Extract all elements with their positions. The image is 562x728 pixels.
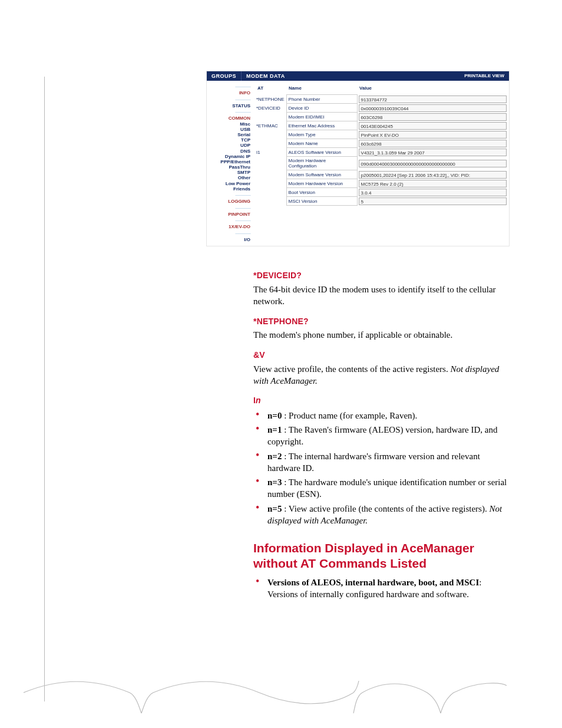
group-common[interactable]: COMMON [209,116,250,121]
list-item: n=3 : The hardware module's unique ident… [253,476,510,500]
group-serial[interactable]: Serial [209,132,250,137]
cell-value: 090d00040003000000000000000000000000 [357,157,507,170]
value-field: p2005001,20224 [Sep 21 2006 15:43:22],, … [359,171,507,179]
cell-value: 0x000003910039C044 [357,104,507,113]
cell-at: *NETPHONE [255,95,286,104]
value-field: MC5725 Rev 2.0 (2) [359,180,507,187]
cell-name: Modem Name [286,139,357,148]
group-dynamic-ip[interactable]: Dynamic IP [209,154,250,159]
cell-at: *ETHMAC [255,121,286,130]
value-field: 5 [359,197,507,205]
list-item-text: : Product name (for example, Raven). [282,411,417,420]
groups-tab[interactable]: GROUPS [207,71,242,81]
table-row: MSCI Version5 [255,197,507,206]
list-item-text: : The internal hardware's firmware versi… [267,452,480,473]
document-body: *DEVICEID? The 64-bit device ID the mode… [253,270,510,600]
value-field: 9133784772 [359,95,507,103]
group-1x-evdo[interactable]: 1X/EV-DO [209,224,250,229]
col-name: Name [286,83,357,95]
group-io[interactable]: I/O [209,237,250,242]
cell-at [255,157,286,170]
table-row: Modem Hardware Configuration090d00040003… [255,157,507,170]
cell-at [255,170,286,179]
heading-in-n: n [256,396,261,405]
divider: ------------- [209,109,250,115]
table-row: Modem TypePinPoint X EV-DO [255,130,507,139]
versions-bullet-list: Versions of ALEOS, internal hardware, bo… [253,577,510,601]
cell-at [255,179,286,188]
list-item-text: : View active profile (the contents of t… [282,504,489,513]
cell-value: 00143E004245 [357,121,507,130]
col-at: AT [255,83,286,95]
section-heading: Information Displayed in AceManager with… [253,541,510,572]
modem-data-table: AT Name Value *NETPHONEPhone Number91337… [255,83,507,206]
group-passthru[interactable]: PassThru [209,164,250,170]
cell-name: Phone Number [286,95,357,104]
acemanager-header-bar: GROUPS MODEM DATA PRINTABLE VIEW [207,71,509,81]
acemanager-window: GROUPS MODEM DATA PRINTABLE VIEW -------… [206,71,510,246]
cell-at [255,139,286,148]
cell-value: MC5725 Rev 2.0 (2) [357,179,507,188]
cell-value: 603c6298 [357,139,507,148]
group-logging[interactable]: LOGGING [209,199,250,204]
list-item: n=1 : The Raven's firmware (ALEOS) versi… [253,424,510,448]
cell-at [255,197,286,206]
group-other[interactable]: Other [209,175,250,180]
cell-name: Boot Version [286,188,357,197]
divider: ------------- [209,84,250,90]
value-field: V4321_3.1.3.059 Mar 29 2007 [359,149,507,156]
group-pinpoint[interactable]: PINPOINT [209,212,250,217]
para-ampv: View active profile, the contents of the… [253,363,510,387]
group-ppp-ethernet[interactable]: PPP/Ethernet [209,159,250,164]
group-dns[interactable]: DNS [209,149,250,154]
cell-value: p2005001,20224 [Sep 21 2006 15:43:22],, … [357,170,507,179]
heading-netphone: *NETPHONE? [253,316,510,327]
cell-name: ALEOS Software Version [286,148,357,157]
cell-name: Device ID [286,104,357,113]
group-smtp[interactable]: SMTP [209,170,250,175]
group-friends[interactable]: Friends [209,186,250,192]
divider: ------------- [209,97,250,103]
group-tcp[interactable]: TCP [209,137,250,143]
value-field: 603C6298 [359,113,507,121]
table-row: Modem Name603c6298 [255,139,507,148]
value-field: PinPoint X EV-DO [359,131,507,139]
value-field: 3.0.4 [359,189,507,196]
group-info[interactable]: INFO [209,90,250,95]
list-item-bold: n=3 [267,477,282,487]
list-item-text: : The hardware module's unique identific… [267,477,507,499]
list-item: n=2 : The internal hardware's firmware v… [253,450,510,475]
cell-value: 603C6298 [357,113,507,121]
heading-in: In [253,395,510,406]
printable-view-link[interactable]: PRINTABLE VIEW [459,71,509,81]
cell-value: PinPoint X EV-DO [357,130,507,139]
table-row: Modem Software Versionp2005001,20224 [Se… [255,170,507,179]
group-status[interactable]: STATUS [209,103,250,108]
cell-name: MSCI Version [286,197,357,206]
list-item: n=5 : View active profile (the contents … [253,503,510,527]
modem-data-tab[interactable]: MODEM DATA [242,71,459,81]
table-row: *ETHMACEthernet Mac Address00143E004245 [255,121,507,130]
table-row: *NETPHONEPhone Number9133784772 [255,95,507,104]
table-row: *DEVICEIDDevice ID0x000003910039C044 [255,104,507,113]
para-ampv-text: View active profile, the contents of the… [253,364,450,374]
value-field: 0x000003910039C044 [359,104,507,112]
in-bullet-list: n=0 : Product name (for example, Raven).… [253,410,510,526]
list-item-text: : The Raven's firmware (ALEOS) version, … [267,425,497,446]
group-misc[interactable]: Misc [209,121,250,127]
modem-data-tbody: *NETPHONEPhone Number9133784772*DEVICEID… [255,95,507,206]
col-value: Value [357,83,507,95]
cell-at: I1 [255,148,286,157]
group-usb[interactable]: USB [209,127,250,132]
divider: ------------- [209,205,250,211]
cell-value: 5 [357,197,507,206]
group-low-power[interactable]: Low Power [209,181,250,186]
cell-at [255,188,286,197]
cell-value: V4321_3.1.3.059 Mar 29 2007 [357,148,507,157]
list-item: Versions of ALEOS, internal hardware, bo… [253,577,510,601]
modem-data-panel: AT Name Value *NETPHONEPhone Number91337… [253,81,509,246]
table-row: I1ALEOS Software VersionV4321_3.1.3.059 … [255,148,507,157]
margin-rule [44,77,45,701]
group-udp[interactable]: UDP [209,143,250,148]
cell-at [255,113,286,121]
